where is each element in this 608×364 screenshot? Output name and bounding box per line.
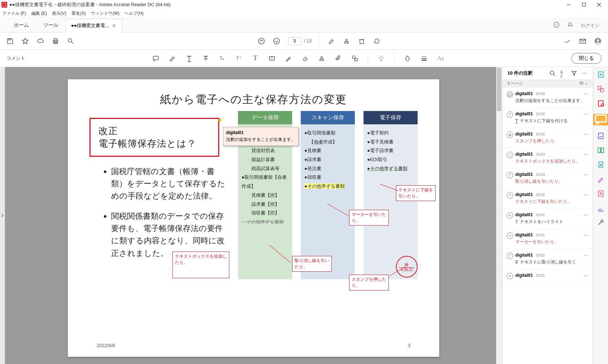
tab-document[interactable]: ●●様機密文書電... ✕	[66, 19, 122, 32]
organize-icon[interactable]	[597, 146, 605, 154]
page-input[interactable]	[288, 37, 301, 45]
menu-item[interactable]: ヘルプ(H)	[124, 10, 144, 17]
compress-icon[interactable]	[597, 204, 605, 212]
note-marker-icon[interactable]: ◆	[218, 117, 222, 123]
search-icon[interactable]	[550, 70, 555, 76]
zoom-icon[interactable]	[67, 37, 74, 45]
ann-textbox[interactable]: テキストボックスを追加したり。	[172, 252, 229, 278]
color-icon[interactable]	[404, 55, 411, 62]
textbox-annotation-main[interactable]: 改正 電子帳簿保存法とは？ ◆	[89, 118, 219, 157]
comment-item[interactable]: ✎digital0110:01⋯Tテキストをハイライト	[502, 209, 593, 229]
sign-icon[interactable]	[564, 37, 571, 45]
comment-item[interactable]: ✿digital0110:06⋯スタンプを押したり。	[502, 128, 593, 148]
comment-item[interactable]: 💬digital0110:00⋯注釈の追加をすることが出来ます。	[502, 88, 593, 108]
comment-item[interactable]: ✎digital0110:01⋯	[502, 269, 593, 283]
more-icon[interactable]: ⋯	[582, 70, 588, 76]
sort-icon[interactable]: AZ	[560, 70, 566, 76]
close-button[interactable]	[591, 0, 607, 9]
pencil-tool-icon[interactable]	[285, 55, 292, 62]
comment-item[interactable]: Tdigital0110:03⋯取り消し線を引いたり。	[502, 168, 593, 188]
ann-underline[interactable]: テキストに下線を引いたり。	[396, 185, 436, 201]
minimize-button[interactable]	[561, 0, 576, 9]
save-icon[interactable]	[6, 37, 14, 45]
cloud-icon[interactable]	[37, 37, 44, 45]
comment-more-icon[interactable]: ⋯	[584, 132, 589, 137]
comment-item[interactable]: Tdigital0110:02⋯T̲テキストに下線を付ける	[502, 108, 593, 128]
left-panel-toggle[interactable]	[0, 67, 5, 364]
star-icon[interactable]	[22, 37, 29, 45]
menu-item[interactable]: ウィンドウ(W)	[91, 10, 119, 17]
fill-sign-icon[interactable]	[597, 132, 605, 140]
highlight-annotation[interactable]: ●その他準ずる書類	[304, 183, 345, 189]
strike-tool-icon[interactable]: T̶	[202, 55, 209, 62]
close-comment-button[interactable]: 閉じる	[571, 53, 602, 64]
font-icon[interactable]: Aa	[437, 55, 444, 62]
comment-more-icon[interactable]: ⋯	[584, 111, 589, 117]
underline-annotation[interactable]: ●その他準ずる書類	[367, 166, 407, 171]
document-viewer[interactable]: 紙から電子への主な保存方法の変更 改正 電子帳簿保存法とは？ ◆ 国税庁管轄の文…	[5, 67, 502, 364]
print-icon[interactable]	[52, 37, 59, 45]
comment-tool-icon[interactable]	[593, 114, 608, 125]
delete-icon[interactable]	[358, 37, 365, 45]
insert-text-icon[interactable]: T+	[235, 55, 242, 62]
viewer-scrollbar[interactable]	[496, 67, 502, 364]
tab-home[interactable]: ホーム	[6, 18, 36, 32]
account-icon[interactable]	[594, 37, 602, 45]
stamp-tool-icon[interactable]	[318, 55, 325, 62]
attach-tool-icon[interactable]	[335, 55, 342, 62]
comment-more-icon[interactable]: ⋯	[584, 212, 589, 218]
ann-strike[interactable]: 取り消し線を引いたり。	[292, 256, 332, 272]
comment-more-icon[interactable]: ⋯	[584, 152, 589, 157]
comment-more-icon[interactable]: ⋯	[584, 172, 589, 177]
menu-item[interactable]: 署名(S)	[71, 10, 86, 17]
replace-text-icon[interactable]: T	[219, 55, 226, 62]
shapes-tool-icon[interactable]	[351, 55, 358, 62]
draw-icon[interactable]	[597, 175, 605, 183]
comment-item[interactable]: Tdigital0110:02⋯T̶テキストに取り消し線を引く	[502, 249, 593, 269]
page-up-icon[interactable]	[258, 37, 265, 45]
tab-tool[interactable]: ツール	[36, 18, 66, 32]
highlight-tool-icon[interactable]	[169, 55, 176, 62]
maximize-button[interactable]	[576, 0, 591, 9]
comment-more-icon[interactable]: ⋯	[584, 192, 589, 197]
stamp-icon[interactable]	[343, 37, 350, 45]
filter-icon[interactable]	[571, 70, 577, 76]
help-icon[interactable]: ?	[553, 22, 560, 29]
note-icon[interactable]	[152, 55, 159, 62]
menu-item[interactable]: 編集 (E)	[31, 10, 47, 17]
comment-more-icon[interactable]: ⋯	[584, 91, 589, 97]
page-down-icon[interactable]	[273, 37, 280, 45]
comment-more-icon[interactable]: ⋯	[584, 253, 589, 258]
comment-item[interactable]: ✎digital0110:01⋯マーカーを引いたり。	[502, 229, 593, 249]
comments-list[interactable]: 💬digital0110:00⋯注釈の追加をすることが出来ます。Tdigital…	[502, 88, 593, 364]
more-tools-icon[interactable]	[597, 218, 605, 226]
create-pdf-icon[interactable]	[597, 71, 605, 79]
underline-annotation[interactable]: 他者	[314, 139, 323, 145]
pin-icon[interactable]	[378, 55, 385, 62]
textbox-tool-icon[interactable]: T	[268, 55, 276, 62]
menu-item[interactable]: 表示(V)	[52, 10, 66, 17]
ann-stamp[interactable]: スタンプを押したり。	[349, 275, 389, 290]
comment-more-icon[interactable]: ⋯	[584, 273, 589, 278]
login-link[interactable]: ログイン	[581, 22, 599, 29]
protect-icon[interactable]	[597, 190, 605, 197]
combine-icon[interactable]	[597, 85, 605, 93]
tab-close-icon[interactable]: ✕	[112, 23, 117, 28]
rotate-icon[interactable]	[373, 37, 380, 45]
menu-item[interactable]: ファイル (F)	[2, 10, 26, 17]
stamp-annotation[interactable]: 検 4.09.22	[396, 256, 418, 278]
comment-more-icon[interactable]: ⋯	[584, 232, 589, 238]
lineweight-icon[interactable]	[420, 55, 428, 62]
edit-pdf-icon[interactable]	[597, 99, 605, 107]
underline-tool-icon[interactable]: T̲	[185, 55, 193, 62]
export-icon[interactable]	[597, 161, 605, 169]
text-tool-icon[interactable]: T	[252, 55, 259, 62]
highlight-icon[interactable]	[328, 37, 335, 45]
comments-section-header[interactable]: 3 ページ 10 ⌄	[502, 79, 593, 88]
eraser-tool-icon[interactable]	[301, 55, 309, 62]
sticky-note-popup[interactable]: digital01 注釈の追加をすることが出来ます。	[223, 127, 299, 146]
comment-item[interactable]: ▢digital0110:03⋯テキストボックスを追加したり。	[502, 148, 593, 168]
comment-item[interactable]: Tdigital0110:02⋯テキストに下線を引いたり。	[502, 188, 593, 209]
bell-icon[interactable]	[567, 22, 573, 29]
strikethrough-annotation[interactable]: その他準ずる書類	[242, 218, 288, 227]
